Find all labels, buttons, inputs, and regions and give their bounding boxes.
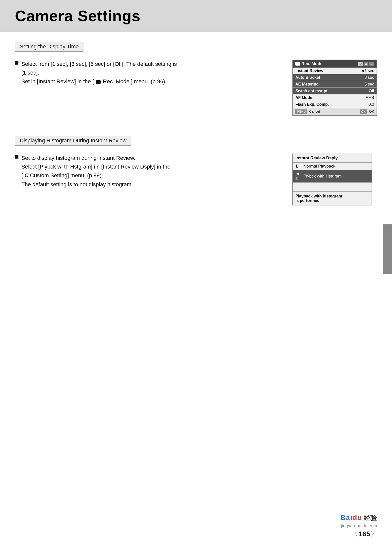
ir-footer-line1: Playback with histogram <box>295 194 369 198</box>
sidebar-tab <box>383 224 392 274</box>
bullet-icon-1 <box>15 61 18 65</box>
bullet-icon-2 <box>15 155 18 159</box>
ir-rows: 1 Normal Playback ◄ 2 Plybck with Hstgra… <box>293 163 372 191</box>
page-header: Camera Settings <box>0 0 392 32</box>
page-title: Camera Settings <box>15 7 377 25</box>
section-body-2: Set to display histogram during Instant … <box>15 154 377 205</box>
camera-icon-header <box>295 62 300 66</box>
rec-mode-rows: Instant Review ◄1 sec Auto Bracket 3 sec… <box>293 68 377 108</box>
bullet-2: Set to display histogram during Instant … <box>15 154 277 189</box>
section-label-display-time: Setting the Display Time <box>15 42 83 52</box>
bullet-1: Select from [1 sec], [3 sec], [5 sec] or… <box>15 60 277 86</box>
rec-mode-menu: Rec. Mode D X C Instant Review ◄1 sec <box>292 60 377 116</box>
instant-review-menu: Instant Review Dsply 1 Normal Playback ◄… <box>292 154 372 205</box>
hist-line-1: Set to display histogram during Instant … <box>21 154 277 162</box>
section-body-1: Select from [1 sec], [3 sec], [5 sec] or… <box>15 60 377 116</box>
section-label-histogram: Displaying Histogram During Instant Revi… <box>15 136 131 146</box>
rec-row-flash: Flash Exp. Comp. 0.0 <box>293 101 377 108</box>
bullet-line-2: [1 sec]. <box>21 68 277 77</box>
section-display-time: Setting the Display Time Select from [1 … <box>15 42 377 116</box>
url-label: jingyan.baidu.com <box>341 523 377 529</box>
header-icons: D X C <box>358 62 374 66</box>
rec-row-instant-review: Instant Review ◄1 sec <box>293 68 377 74</box>
c-icon-inline: C <box>24 172 28 179</box>
hist-line-3: [ C Custom Setting] menu. (p.99) <box>21 171 277 180</box>
instant-review-menu-mockup: Instant Review Dsply 1 Normal Playback ◄… <box>292 154 377 205</box>
icon-d: D <box>358 62 363 66</box>
rec-row-auto-bracket: Auto Bracket 3 sec <box>293 74 377 81</box>
page-number: 165 <box>358 530 370 538</box>
rec-mode-header: Rec. Mode D X C <box>293 60 377 68</box>
hist-line-2: Select [Plybck wi th Hstgram] i n [Insta… <box>21 162 277 171</box>
ir-footer: Playback with histogram is performed <box>293 191 372 205</box>
section-text-1: Select from [1 sec], [3 sec], [5 sec] or… <box>15 60 277 86</box>
ir-spacer <box>293 183 372 191</box>
bullet-content-1: Select from [1 sec], [3 sec], [5 sec] or… <box>21 60 277 86</box>
rec-mode-header-left: Rec. Mode <box>295 61 323 66</box>
bullet-line-3: Set in [Instant Review] in the [ Rec. Mo… <box>21 77 277 86</box>
main-content: Setting the Display Time Select from [1 … <box>0 42 392 205</box>
icon-c: C <box>369 62 374 66</box>
bullet-line-1: Select from [1 sec], [3 sec], [5 sec] or… <box>21 60 277 68</box>
page-footer: Baidu经验 jingyan.baidu.com 《 165 》 <box>340 513 377 538</box>
hist-line-5: The default setting is to not display hi… <box>21 180 277 189</box>
rec-row-swtch: Swtch dst msr pt Off <box>293 88 377 94</box>
page-number-area: 《 165 》 <box>351 530 377 538</box>
icon-x: X <box>364 62 369 66</box>
camera-icon <box>96 80 101 84</box>
rec-row-af-mode: AF Mode AF.S <box>293 94 377 101</box>
ir-row-plybck: ◄ 2 Plybck with Hstgram <box>293 170 372 183</box>
bullet-content-2: Set to display histogram during Instant … <box>21 154 277 189</box>
footer-ok: OK OK <box>360 109 374 114</box>
angle-left: 《 <box>351 530 357 538</box>
ir-footer-line2: is performed <box>295 198 369 203</box>
ir-row-normal: 1 Normal Playback <box>293 163 372 170</box>
rec-row-ae-metering: AE Metering 5 sec <box>293 81 377 88</box>
rec-mode-footer: MENU Cancel OK OK <box>293 108 377 115</box>
footer-cancel: MENU Cancel <box>295 109 320 114</box>
ir-header: Instant Review Dsply <box>293 154 372 163</box>
angle-right: 》 <box>371 530 377 538</box>
section-histogram: Displaying Histogram During Instant Revi… <box>15 136 377 205</box>
baidu-logo: Baidu经验 <box>340 513 377 522</box>
section-text-2: Set to display histogram during Instant … <box>15 154 277 189</box>
rec-mode-menu-mockup: Rec. Mode D X C Instant Review ◄1 sec <box>292 60 377 116</box>
